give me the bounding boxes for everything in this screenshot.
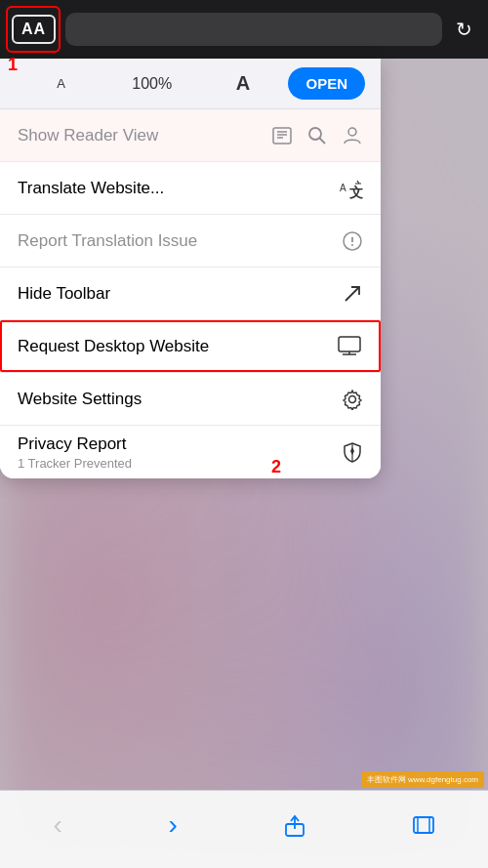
- menu-item-request-desktop[interactable]: Request Desktop Website: [0, 320, 381, 373]
- open-button[interactable]: OPEN: [288, 67, 365, 100]
- dropdown-menu: A 100% A OPEN Show Reader View Tr: [0, 59, 381, 478]
- menu-item-privacy-report-label: Privacy Report: [18, 434, 132, 454]
- menu-item-reader-view-label: Show Reader View: [18, 126, 158, 145]
- svg-line-12: [346, 287, 359, 301]
- menu-item-translate[interactable]: Translate Website... A 文: [0, 162, 381, 215]
- search-icon[interactable]: [306, 125, 328, 146]
- back-button[interactable]: ‹: [37, 802, 77, 848]
- share-button[interactable]: [268, 805, 321, 846]
- menu-item-privacy-report[interactable]: Privacy Report 1 Tracker Prevented: [0, 426, 381, 478]
- svg-rect-13: [339, 337, 360, 351]
- svg-text:文: 文: [349, 185, 363, 200]
- font-percent-display: 100%: [106, 75, 197, 93]
- menu-item-website-settings-label: Website Settings: [18, 390, 142, 409]
- svg-point-4: [309, 128, 321, 140]
- url-bar[interactable]: [65, 13, 442, 46]
- desktop-icon: [338, 336, 363, 357]
- settings-icon: [342, 389, 363, 410]
- menu-item-request-desktop-label: Request Desktop Website: [18, 337, 209, 356]
- share-icon: [284, 812, 305, 838]
- forward-button[interactable]: ›: [153, 802, 193, 848]
- menu-item-report-translation-label: Report Translation Issue: [18, 231, 197, 251]
- privacy-report-text: Privacy Report 1 Tracker Prevented: [18, 434, 132, 471]
- top-bar: AA ↻: [0, 0, 488, 59]
- menu-item-hide-toolbar-label: Hide Toolbar: [18, 284, 110, 304]
- bookmarks-button[interactable]: [396, 806, 451, 845]
- svg-point-16: [349, 395, 356, 402]
- font-decrease-button[interactable]: A: [16, 76, 106, 91]
- bookmarks-icon: [412, 813, 435, 837]
- menu-item-reader-view[interactable]: Show Reader View: [0, 109, 381, 162]
- privacy-icon: [342, 441, 363, 463]
- font-increase-button[interactable]: A: [197, 72, 288, 95]
- reader-icon: [271, 125, 293, 146]
- svg-point-6: [348, 128, 356, 136]
- menu-item-hide-toolbar[interactable]: Hide Toolbar: [0, 268, 381, 320]
- bottom-toolbar: ‹ ›: [0, 790, 488, 868]
- person-icon[interactable]: [342, 125, 363, 146]
- aa-button[interactable]: AA: [12, 15, 56, 44]
- svg-rect-0: [273, 128, 291, 144]
- translate-icon: A 文: [338, 176, 363, 201]
- hide-toolbar-icon: [342, 283, 363, 305]
- svg-line-5: [320, 138, 326, 144]
- menu-item-privacy-report-subtitle: 1 Tracker Prevented: [18, 456, 132, 471]
- menu-item-website-settings[interactable]: Website Settings: [0, 373, 381, 426]
- report-icon: [342, 230, 363, 252]
- refresh-button[interactable]: ↻: [452, 14, 476, 45]
- svg-text:A: A: [340, 183, 346, 193]
- svg-rect-19: [414, 817, 433, 833]
- font-size-row: A 100% A OPEN: [0, 59, 381, 109]
- svg-point-11: [351, 244, 353, 246]
- menu-item-report-translation[interactable]: Report Translation Issue: [0, 215, 381, 268]
- watermark: 丰图软件网 www.dgfengtug.com: [361, 771, 484, 788]
- menu-item-translate-label: Translate Website...: [18, 179, 164, 198]
